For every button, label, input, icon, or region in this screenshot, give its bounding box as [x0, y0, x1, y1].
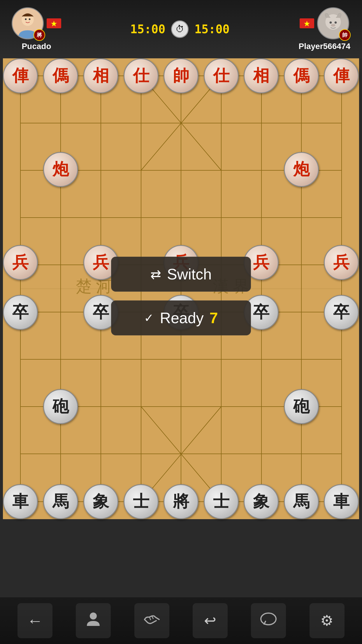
piece-black-ju2[interactable]: 車 — [324, 484, 359, 519]
back-button[interactable]: ← — [17, 603, 52, 638]
switch-label: Switch — [167, 265, 212, 283]
ready-countdown: 7 — [210, 309, 218, 327]
piece-black-pao2[interactable]: 砲 — [284, 389, 319, 424]
svg-point-13 — [331, 24, 335, 27]
piece-red-pao1[interactable]: 炮 — [43, 152, 78, 187]
player1-timer: 15:00 — [130, 22, 165, 36]
piece-red-shuai[interactable]: 帥 — [164, 58, 198, 93]
switch-button[interactable]: ⇄ Switch — [111, 257, 251, 292]
undo-button[interactable]: ↩ — [193, 603, 228, 638]
back-icon: ← — [27, 611, 43, 630]
piece-red-shi2[interactable]: 仕 — [204, 58, 239, 93]
game-header: 將 Pucado 15:00 ⏱ 15:00 — [0, 0, 362, 58]
settings-icon: ⚙ — [320, 612, 333, 629]
piece-red-bing1[interactable]: 兵 — [3, 245, 38, 280]
piece-black-ma2[interactable]: 馬 — [284, 484, 319, 519]
piece-red-ju1[interactable]: 俥 — [3, 58, 38, 93]
piece-black-ju1[interactable]: 車 — [3, 484, 38, 519]
piece-red-ma1[interactable]: 傌 — [43, 58, 78, 93]
piece-black-ma1[interactable]: 馬 — [43, 484, 78, 519]
timer-section: 15:00 ⏱ 15:00 — [130, 20, 230, 38]
svg-point-3 — [25, 18, 27, 20]
ready-checkmark-icon: ✓ — [144, 311, 154, 325]
svg-point-44 — [261, 613, 276, 625]
piece-black-zu5[interactable]: 卒 — [324, 295, 359, 330]
player2-timer: 15:00 — [194, 22, 229, 36]
piece-red-shi1[interactable]: 仕 — [124, 58, 159, 93]
svg-text:楚 河: 楚 河 — [76, 277, 112, 295]
piece-red-pao2[interactable]: 炮 — [284, 152, 319, 187]
svg-point-11 — [330, 21, 332, 24]
player1-flag — [47, 18, 61, 28]
bottom-toolbar: ← ↩ ⚙ — [0, 597, 362, 644]
handshake-button[interactable] — [134, 603, 169, 638]
clock-icon: ⏱ — [171, 20, 189, 38]
handshake-icon — [143, 611, 161, 631]
piece-black-xiang1[interactable]: 象 — [83, 484, 118, 519]
svg-point-43 — [90, 612, 97, 620]
piece-black-xiang2[interactable]: 象 — [244, 484, 279, 519]
chess-board[interactable]: 楚 河 漢 界 俥 傌 相 仕 帥 仕 相 傌 俥 炮 炮 兵 兵 兵 兵 — [3, 58, 359, 519]
piece-black-zu1[interactable]: 卒 — [3, 295, 38, 330]
svg-point-4 — [29, 18, 31, 20]
player-icon — [85, 611, 101, 631]
ready-button[interactable]: ✓ Ready 7 — [111, 300, 251, 335]
player2-info: 帥 Player566474 — [298, 7, 350, 51]
piece-red-xiang2[interactable]: 相 — [244, 58, 279, 93]
board-container: 楚 河 漢 界 俥 傌 相 仕 帥 仕 相 傌 俥 炮 炮 兵 兵 兵 兵 — [3, 58, 359, 519]
chat-button[interactable] — [251, 603, 286, 638]
piece-red-bing5[interactable]: 兵 — [324, 245, 359, 280]
piece-black-jiang[interactable]: 將 — [164, 484, 198, 519]
switch-icon: ⇄ — [150, 267, 161, 282]
player2-rank-badge: 帥 — [339, 29, 351, 41]
player1-avatar: 將 — [12, 7, 44, 39]
piece-black-pao1[interactable]: 砲 — [43, 389, 78, 424]
chat-icon — [260, 611, 277, 631]
player1-info: 將 Pucado — [12, 7, 61, 51]
piece-red-xiang1[interactable]: 相 — [83, 58, 118, 93]
piece-black-shi2[interactable]: 士 — [204, 484, 239, 519]
player-button[interactable] — [76, 603, 111, 638]
piece-black-shi1[interactable]: 士 — [124, 484, 159, 519]
player2-name: Player566474 — [298, 42, 350, 51]
player2-avatar: 帥 — [317, 7, 349, 39]
player1-name: Pucado — [22, 42, 51, 51]
player2-flag — [300, 18, 314, 28]
undo-icon: ↩ — [204, 612, 216, 629]
svg-point-12 — [335, 21, 337, 24]
ready-label: Ready — [160, 309, 203, 327]
piece-red-ma2[interactable]: 傌 — [284, 58, 319, 93]
settings-button[interactable]: ⚙ — [310, 603, 345, 638]
piece-red-ju2[interactable]: 俥 — [324, 58, 359, 93]
player1-rank-badge: 將 — [34, 29, 45, 41]
